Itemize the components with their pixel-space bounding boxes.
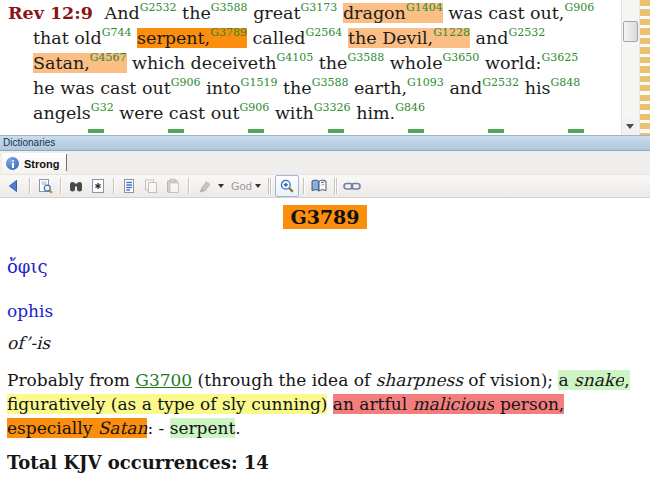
text-segment: theG3588 <box>319 53 384 73</box>
text: his <box>525 78 551 98</box>
strongs-number[interactable]: G1404 <box>406 1 443 14</box>
app-window: { "window": { "panel_title": "Dictionari… <box>0 0 650 480</box>
headword-row: G3789 <box>0 205 650 231</box>
text: serpent, <box>137 28 210 48</box>
definition-line: figuratively (as a type of sly cunning) … <box>7 392 650 416</box>
strongs-number[interactable]: G2532 <box>508 26 545 39</box>
text-segment: a <box>558 370 574 390</box>
strongs-number[interactable]: G906 <box>564 1 594 14</box>
strongs-number[interactable]: G2532 <box>140 1 177 14</box>
strongs-number[interactable]: G906 <box>240 101 270 114</box>
text: person, <box>494 394 564 414</box>
strongs-number[interactable]: G1519 <box>241 76 278 89</box>
strongs-number[interactable]: G2564 <box>306 26 343 39</box>
zoom-in-icon <box>279 178 295 194</box>
text: the <box>283 78 312 98</box>
strongs-number[interactable]: G744 <box>102 26 132 39</box>
toolbar-separator <box>268 178 269 194</box>
back-button[interactable] <box>3 176 25 196</box>
info-icon <box>6 157 19 170</box>
book-view-icon <box>310 178 328 194</box>
text-segment: especially <box>7 418 98 438</box>
zoom-button[interactable] <box>275 175 299 197</box>
strongs-number[interactable]: G3625 <box>542 51 579 64</box>
strongs-number[interactable]: G3789 <box>210 26 247 39</box>
strongs-number[interactable]: G3650 <box>443 51 480 64</box>
lookup-button[interactable] <box>34 176 56 196</box>
text-segment: andG2532 <box>449 78 519 98</box>
strongs-link[interactable]: G3700 <box>135 370 192 390</box>
strongs-number[interactable]: G1228 <box>433 26 470 39</box>
text: : - <box>147 418 169 438</box>
verse-line: Satan,G4567 which deceivethG4105 theG358… <box>33 51 620 76</box>
strongs-number[interactable]: G3173 <box>301 1 338 14</box>
scrollbar-thumb[interactable] <box>623 21 638 42</box>
strongs-number[interactable]: G906 <box>171 76 201 89</box>
strongs-number[interactable]: G32 <box>91 101 114 114</box>
strongs-number[interactable]: G3326 <box>314 101 351 114</box>
strongs-number[interactable]: G1093 <box>407 76 444 89</box>
link-chain-icon <box>342 178 362 194</box>
text-segment: . <box>235 418 240 438</box>
text: and <box>449 78 482 98</box>
tab-strong[interactable]: Strong <box>2 153 67 174</box>
right-edge-panel <box>639 0 650 135</box>
text: was cast out, <box>448 3 564 23</box>
text-segment: the Devil,G1228 <box>348 28 470 48</box>
scrollbar-down-button[interactable] <box>622 119 638 134</box>
text-segment: were cast outG906 <box>119 103 269 123</box>
text: snake <box>574 370 624 390</box>
bible-pane: Rev 12:9 AndG2532 theG3588 greatG3173 dr… <box>0 0 650 135</box>
text: and <box>476 28 509 48</box>
text[interactable]: G3700 <box>135 370 192 390</box>
bible-scrollbar[interactable] <box>621 0 639 135</box>
text: serpent <box>170 418 236 438</box>
text-segment: withG3326 <box>275 103 351 123</box>
text: And <box>105 3 140 23</box>
select-all-icon <box>121 178 137 194</box>
strongs-number[interactable]: G846 <box>395 101 425 114</box>
text: especially <box>7 418 98 438</box>
highlighter-dropdown-arrow-icon[interactable] <box>218 184 224 188</box>
strongs-number[interactable]: G848 <box>551 76 581 89</box>
text-segment: world:G3625 <box>485 53 578 73</box>
strongs-number[interactable]: G3588 <box>312 76 349 89</box>
copy-icon <box>143 178 159 194</box>
toolbar-separator <box>29 178 30 194</box>
text: an artful <box>333 394 413 414</box>
verse-line: he was cast outG906 intoG1519 theG3588 e… <box>33 76 620 101</box>
text-segment: theG3588 <box>182 3 247 23</box>
strongs-number[interactable]: G3588 <box>347 51 384 64</box>
strongs-number[interactable]: G4567 <box>90 51 127 64</box>
select-all-button[interactable] <box>118 176 140 196</box>
text: him. <box>356 103 395 123</box>
verse-line: that oldG744 serpent,G3789 calledG2564 t… <box>33 26 620 51</box>
back-arrow-icon <box>6 178 22 194</box>
strongs-number[interactable]: G4105 <box>276 51 313 64</box>
text-segment: snake <box>574 370 624 390</box>
verse-reference: Rev 12:9 <box>8 3 99 23</box>
text: Satan, <box>33 53 90 73</box>
tab-separator <box>66 154 67 171</box>
text-segment: angelsG32 <box>33 103 114 123</box>
text-segment: Probably from <box>7 370 135 390</box>
definition-line: Probably from G3700 (through the idea of… <box>7 368 650 392</box>
text-segment: an artful <box>333 394 413 414</box>
text-segment: malicious <box>412 394 494 414</box>
strongs-number[interactable]: G2532 <box>482 76 519 89</box>
search-document-button[interactable] <box>87 176 109 196</box>
text: figuratively (as a type of sly cunning) <box>7 394 327 414</box>
tint-dropdown-arrow-icon[interactable] <box>255 184 261 188</box>
book-view-button[interactable] <box>308 176 330 196</box>
text: angels <box>33 103 91 123</box>
text-segment: AndG2532 <box>105 3 177 23</box>
strongs-number[interactable]: G3588 <box>211 1 248 14</box>
compare-link-button[interactable] <box>341 176 363 196</box>
text: . <box>235 418 240 438</box>
text-segment: andG2532 <box>476 28 546 48</box>
text-segment: Satan,G4567 <box>33 53 127 73</box>
search-button[interactable] <box>65 176 87 196</box>
text-segment: figuratively (as a type of sly cunning) <box>7 394 327 414</box>
text: dragon <box>343 3 406 23</box>
text-segment: serpent <box>170 418 236 438</box>
